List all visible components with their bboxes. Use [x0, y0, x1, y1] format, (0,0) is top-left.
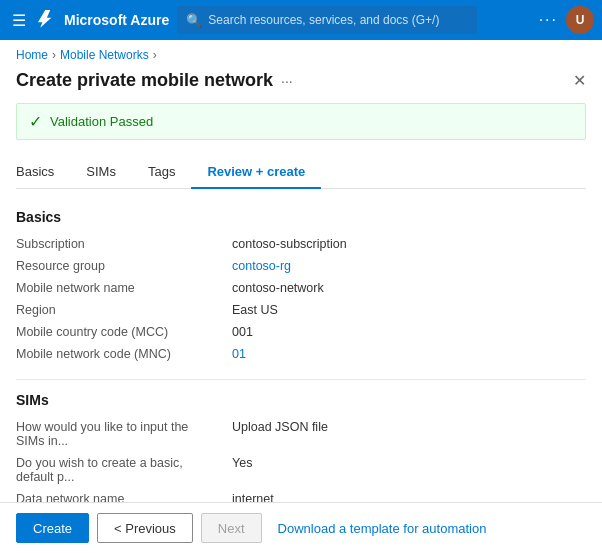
nav-more-icon[interactable]: ··· [539, 11, 558, 29]
panel: Create private mobile network ··· ✕ ✓ Va… [0, 70, 602, 553]
sims-section-title: SIMs [16, 392, 586, 408]
kv-value-network-name: contoso-network [232, 279, 586, 297]
kv-value-resource-group[interactable]: contoso-rg [232, 257, 586, 275]
nav-right: ··· U [539, 6, 594, 34]
tabs: Basics SIMs Tags Review + create [16, 156, 586, 189]
kv-value-region: East US [232, 301, 586, 319]
breadcrumb-mobile-networks[interactable]: Mobile Networks [60, 48, 149, 62]
kv-label-sims-input: How would you like to input the SIMs in.… [16, 418, 216, 450]
kv-label-subscription: Subscription [16, 235, 216, 253]
kv-label-mcc: Mobile country code (MCC) [16, 323, 216, 341]
previous-button[interactable]: < Previous [97, 513, 193, 543]
kv-value-sims-input: Upload JSON file [232, 418, 586, 450]
panel-title-row: Create private mobile network ··· [16, 70, 293, 91]
kv-label-default-policy: Do you wish to create a basic, default p… [16, 454, 216, 486]
panel-footer: Create < Previous Next Download a templa… [0, 502, 602, 553]
tab-tags[interactable]: Tags [132, 156, 191, 189]
kv-label-region: Region [16, 301, 216, 319]
breadcrumb-sep-2: › [153, 48, 157, 62]
nav-logo: Microsoft Azure [38, 10, 169, 30]
basics-section-title: Basics [16, 209, 586, 225]
panel-header: Create private mobile network ··· ✕ [16, 70, 586, 103]
tab-review-create[interactable]: Review + create [191, 156, 321, 189]
automation-template-link[interactable]: Download a template for automation [278, 521, 487, 536]
kv-value-default-policy: Yes [232, 454, 586, 486]
app-title: Microsoft Azure [64, 12, 169, 28]
breadcrumb-home[interactable]: Home [16, 48, 48, 62]
search-bar[interactable]: 🔍 [177, 6, 477, 34]
panel-dots-icon[interactable]: ··· [281, 73, 293, 89]
breadcrumb: Home › Mobile Networks › [0, 40, 602, 70]
validation-message: Validation Passed [50, 114, 153, 129]
tab-sims[interactable]: SIMs [70, 156, 132, 189]
kv-value-subscription: contoso-subscription [232, 235, 586, 253]
avatar[interactable]: U [566, 6, 594, 34]
kv-label-resource-group: Resource group [16, 257, 216, 275]
search-input[interactable] [208, 13, 468, 27]
kv-value-mnc[interactable]: 01 [232, 345, 586, 363]
page-title: Create private mobile network [16, 70, 273, 91]
validation-check-icon: ✓ [29, 112, 42, 131]
kv-label-network-name: Mobile network name [16, 279, 216, 297]
section-divider [16, 379, 586, 380]
azure-logo-icon [38, 10, 58, 30]
kv-label-mnc: Mobile network code (MNC) [16, 345, 216, 363]
next-button: Next [201, 513, 262, 543]
top-nav: ☰ Microsoft Azure 🔍 ··· U [0, 0, 602, 40]
search-icon: 🔍 [186, 13, 202, 28]
close-button[interactable]: ✕ [573, 71, 586, 90]
hamburger-icon[interactable]: ☰ [8, 7, 30, 34]
content-area: Basics Subscription contoso-subscription… [16, 205, 586, 553]
tab-basics[interactable]: Basics [16, 156, 70, 189]
validation-banner: ✓ Validation Passed [16, 103, 586, 140]
breadcrumb-sep-1: › [52, 48, 56, 62]
kv-value-mcc: 001 [232, 323, 586, 341]
create-button[interactable]: Create [16, 513, 89, 543]
basics-kv-grid: Subscription contoso-subscription Resour… [16, 235, 586, 363]
